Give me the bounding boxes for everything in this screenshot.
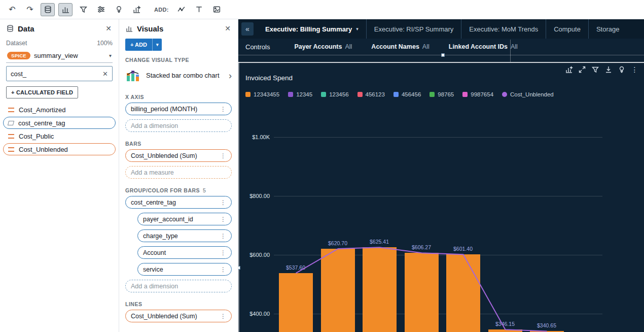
- caret-down-icon[interactable]: ▾: [356, 26, 359, 31]
- kebab-icon[interactable]: ⋮: [220, 313, 226, 320]
- bars-section-label: BARS: [125, 141, 232, 147]
- quick-add-line-chart-button[interactable]: [174, 3, 189, 16]
- top-toolbar: ↶ ↷ ADD:: [0, 0, 644, 19]
- caret-down-icon: ▾: [109, 53, 112, 58]
- kebab-icon[interactable]: ⋮: [220, 106, 226, 113]
- control-value[interactable]: All: [511, 43, 518, 50]
- legend-item[interactable]: 123456: [321, 91, 348, 97]
- controls-divider: [510, 40, 511, 62]
- legend-item[interactable]: 12343455: [245, 91, 279, 97]
- clear-search-icon[interactable]: ✕: [102, 70, 108, 78]
- field-row-cost-public[interactable]: Cost_Public: [3, 130, 116, 142]
- bar-segment[interactable]: [405, 253, 439, 332]
- visuals-panel-title: Visuals: [137, 24, 220, 33]
- toggle-visuals-panel-button[interactable]: [58, 3, 73, 16]
- bar-data-label: $620.70: [315, 240, 361, 246]
- visual-anomaly-button[interactable]: [616, 64, 627, 75]
- field-row-cost-unblended[interactable]: Cost_Unblended: [3, 143, 116, 155]
- tab-executive-billing-summary[interactable]: Executive: Billing Summary ▾: [258, 19, 366, 39]
- group-field-pill[interactable]: charge_type ⋮: [137, 229, 232, 242]
- control-linked-account-ids[interactable]: Linked Account IDs All: [449, 43, 518, 50]
- visual-menu-button[interactable]: ⋮: [629, 64, 640, 75]
- y-axis-tick-label: $400.00: [238, 310, 270, 317]
- stacked-bar-combo-icon: [125, 69, 141, 83]
- group-add-dimension-well[interactable]: Add a dimension: [125, 280, 232, 292]
- field-search-input[interactable]: [11, 70, 102, 78]
- group-field-pill[interactable]: cost_centre_tag ⋮: [125, 196, 232, 209]
- x-axis-add-dimension-well[interactable]: Add a dimension: [125, 119, 232, 132]
- legend-item[interactable]: 9987654: [462, 91, 493, 97]
- controls-row: Controls Payer Accounts All Account Name…: [238, 39, 644, 55]
- kebab-icon[interactable]: ⋮: [220, 199, 226, 206]
- bar-segment[interactable]: [488, 329, 522, 332]
- visual-filter-button[interactable]: [590, 64, 600, 75]
- bar-segment[interactable]: [321, 249, 355, 332]
- tab-executive-mom-trends[interactable]: Executive: MoM Trends: [461, 19, 546, 39]
- insights-button[interactable]: [129, 3, 144, 16]
- legend-item[interactable]: 456123: [357, 91, 385, 97]
- control-payer-accounts[interactable]: Payer Accounts All: [294, 43, 352, 50]
- add-calculated-field-button[interactable]: + CALCULATED FIELD: [6, 86, 78, 98]
- tab-storage[interactable]: Storage: [588, 19, 627, 39]
- legend-swatch: [245, 92, 251, 97]
- dashboard-area: « Executive: Billing Summary ▾ Executive…: [238, 19, 644, 332]
- field-row-cost-amortized[interactable]: Cost_Amortized: [3, 104, 116, 116]
- resize-handle[interactable]: [238, 266, 240, 270]
- legend-item[interactable]: 12345: [288, 91, 312, 97]
- visual-left-border: [238, 62, 239, 332]
- group-color-section-label: GROUP/COLOR FOR BARS5: [125, 187, 232, 193]
- collapse-sheets-button[interactable]: «: [241, 22, 254, 36]
- kebab-icon[interactable]: ⋮: [220, 152, 226, 159]
- bars-field-pill[interactable]: Cost_Unblended (Sum) ⋮: [125, 149, 232, 162]
- group-field-pill[interactable]: Account ⋮: [137, 246, 232, 259]
- x-axis-field-pill[interactable]: billing_period (MONTH) ⋮: [125, 103, 232, 115]
- legend-label: 123456: [329, 91, 348, 97]
- close-icon[interactable]: ✕: [224, 24, 232, 32]
- themes-button[interactable]: [112, 3, 126, 16]
- control-value[interactable]: All: [422, 43, 430, 50]
- add-visual-label[interactable]: + ADD: [125, 39, 153, 51]
- redo-button[interactable]: ↷: [23, 3, 37, 16]
- resize-handle[interactable]: [441, 53, 445, 57]
- tab-compute[interactable]: Compute: [546, 19, 588, 39]
- kebab-icon[interactable]: ⋮: [220, 233, 226, 240]
- visual-insights-button[interactable]: [563, 64, 574, 75]
- dataset-select[interactable]: SPICE summary_view ▾: [6, 49, 113, 63]
- text-icon: [195, 5, 203, 14]
- filter-icon: [79, 5, 88, 14]
- legend-swatch: [462, 92, 468, 97]
- bar-segment[interactable]: [279, 273, 313, 332]
- legend-label: 9987654: [471, 91, 493, 97]
- legend-item[interactable]: 456456: [393, 91, 421, 97]
- kebab-icon[interactable]: ⋮: [220, 216, 226, 223]
- chevron-right-icon: ›: [229, 71, 232, 81]
- bar-segment[interactable]: [446, 254, 480, 332]
- toggle-data-panel-button[interactable]: [41, 3, 55, 16]
- visual-maximize-button[interactable]: [577, 64, 587, 75]
- kebab-icon[interactable]: ⋮: [220, 266, 226, 273]
- legend-swatch: [321, 92, 326, 97]
- quick-add-text-button[interactable]: [192, 3, 206, 16]
- quick-add-image-button[interactable]: [210, 3, 224, 16]
- control-value[interactable]: All: [345, 43, 352, 50]
- filter-button[interactable]: [76, 3, 90, 16]
- group-field-pill[interactable]: service ⋮: [137, 263, 232, 276]
- group-field-pill[interactable]: payer_account_id ⋮: [137, 213, 232, 225]
- well-placeholder: Add a dimension: [131, 283, 178, 290]
- visual-export-button[interactable]: [603, 64, 614, 75]
- visual-type-selector[interactable]: Stacked bar combo chart ›: [125, 66, 232, 85]
- parameters-button[interactable]: [94, 3, 108, 16]
- add-visual-button[interactable]: + ADD ▾: [125, 39, 162, 51]
- caret-down-icon[interactable]: ▾: [153, 42, 162, 47]
- field-row-cost-centre-tag[interactable]: cost_centre_tag: [3, 117, 116, 129]
- tab-executive-risp-summary[interactable]: Executive: RI/SP Summary: [366, 19, 461, 39]
- bar-segment[interactable]: [363, 247, 397, 332]
- bars-add-measure-well[interactable]: Add a measure: [125, 166, 232, 179]
- legend-item[interactable]: 98765: [430, 91, 454, 97]
- undo-button[interactable]: ↶: [5, 3, 19, 16]
- close-icon[interactable]: ✕: [104, 24, 113, 32]
- control-account-names[interactable]: Account Names All: [371, 43, 429, 50]
- kebab-icon[interactable]: ⋮: [220, 249, 226, 256]
- legend-item[interactable]: Cost_Unblended: [502, 91, 554, 97]
- lines-field-pill[interactable]: Cost_Unblended (Sum) ⋮: [125, 310, 232, 322]
